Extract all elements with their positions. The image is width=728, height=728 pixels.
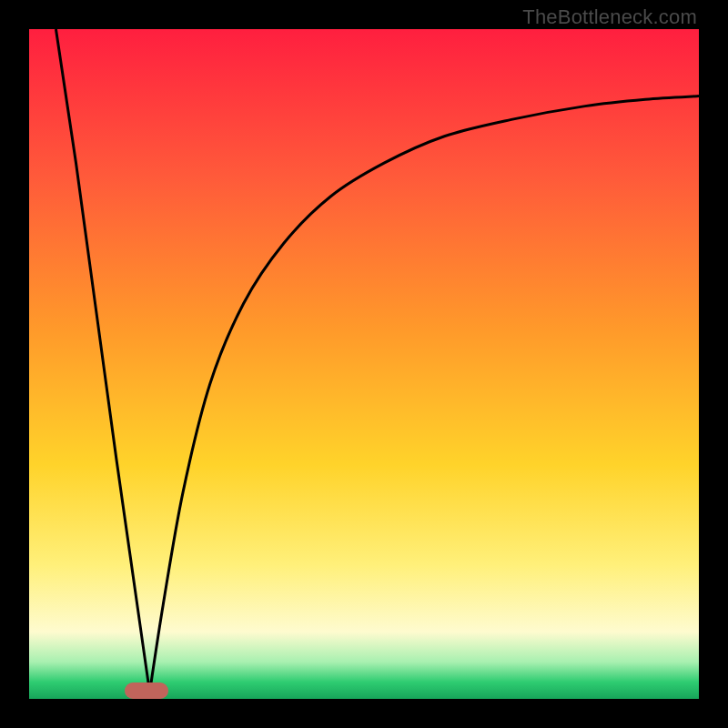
plot-area (29, 29, 699, 699)
optimal-marker (125, 682, 168, 699)
watermark-text: TheBottleneck.com (522, 5, 697, 29)
chart-frame: TheBottleneck.com (0, 0, 728, 728)
bottleneck-curve (29, 29, 699, 699)
